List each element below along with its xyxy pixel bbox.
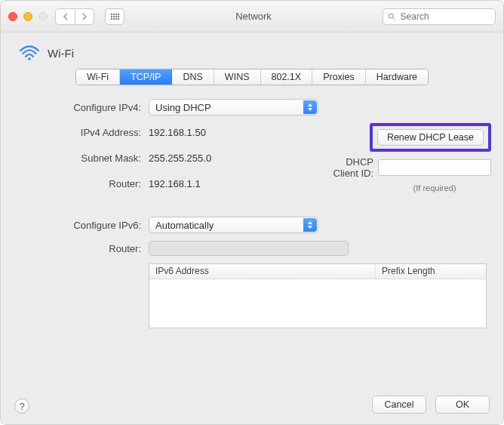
- configure-ipv6-label: Configure IPv6:: [13, 220, 141, 231]
- preferences-window: Network Wi-Fi Wi-Fi TCP/IP DNS WINS 802.…: [0, 0, 504, 425]
- svg-point-0: [389, 14, 393, 18]
- column-ipv6-address[interactable]: IPv6 Address: [149, 264, 376, 279]
- table-header: IPv6 Address Prefix Length: [149, 264, 486, 279]
- cancel-button[interactable]: Cancel: [372, 396, 426, 414]
- tab-dns[interactable]: DNS: [172, 69, 214, 85]
- dhcp-client-id-hint: (If required): [378, 183, 491, 192]
- tab-tcpip[interactable]: TCP/IP: [120, 69, 172, 85]
- tab-proxies[interactable]: Proxies: [312, 69, 366, 85]
- forward-button[interactable]: [75, 8, 94, 25]
- ipv6-address-table: IPv6 Address Prefix Length: [149, 263, 487, 328]
- search-field[interactable]: [383, 8, 496, 25]
- help-icon: ?: [19, 401, 24, 412]
- ipv6-router-label: Router:: [13, 243, 141, 254]
- subnet-mask-value: 255.255.255.0: [149, 152, 322, 164]
- dhcp-client-id-input[interactable]: [378, 159, 491, 176]
- chevron-left-icon: [63, 13, 69, 20]
- configure-ipv6-select[interactable]: Automatically: [149, 217, 318, 233]
- footer: ? Cancel OK: [1, 388, 503, 424]
- tab-bar: Wi-Fi TCP/IP DNS WINS 802.1X Proxies Har…: [75, 69, 429, 85]
- back-button[interactable]: [55, 8, 75, 25]
- window-title: Network: [131, 11, 376, 22]
- updown-arrows-icon: [303, 218, 317, 232]
- show-all-button[interactable]: [105, 8, 124, 25]
- tab-hardware[interactable]: Hardware: [366, 69, 428, 85]
- window-controls: [8, 12, 48, 21]
- configure-ipv6-value: Automatically: [155, 220, 214, 231]
- table-body: [149, 279, 486, 328]
- interface-name: Wi-Fi: [48, 47, 74, 60]
- chevron-right-icon: [81, 13, 88, 20]
- svg-line-1: [393, 17, 395, 20]
- titlebar: Network: [1, 1, 503, 32]
- configure-ipv4-select[interactable]: Using DHCP: [149, 99, 318, 115]
- tab-wins[interactable]: WINS: [214, 69, 261, 85]
- ipv4-address-value: 192.168.1.50: [149, 127, 322, 138]
- svg-point-2: [28, 57, 31, 60]
- search-icon: [388, 12, 396, 21]
- highlight-box: Renew DHCP Lease: [370, 123, 491, 152]
- grid-icon: [111, 14, 119, 20]
- renew-dhcp-lease-button[interactable]: Renew DHCP Lease: [377, 129, 484, 146]
- minimize-window-button[interactable]: [23, 12, 32, 21]
- nav-buttons: [55, 8, 94, 25]
- tab-8021x[interactable]: 802.1X: [261, 69, 313, 85]
- ipv4-router-value: 192.168.1.1: [149, 178, 322, 189]
- interface-header: Wi-Fi: [19, 45, 491, 61]
- help-button[interactable]: ?: [14, 399, 29, 414]
- content-area: Wi-Fi Wi-Fi TCP/IP DNS WINS 802.1X Proxi…: [1, 32, 503, 388]
- configure-ipv4-value: Using DHCP: [155, 102, 211, 113]
- close-window-button[interactable]: [8, 12, 17, 21]
- zoom-window-button: [38, 12, 48, 21]
- ipv4-router-label: Router:: [13, 178, 141, 189]
- tcpip-form: Configure IPv4: Using DHCP IPv4 Address:…: [13, 99, 491, 328]
- subnet-mask-label: Subnet Mask:: [13, 152, 141, 164]
- dhcp-client-id-label: DHCP Client ID:: [330, 156, 373, 179]
- ipv6-router-value: [149, 241, 349, 256]
- ok-button[interactable]: OK: [435, 396, 490, 414]
- search-input[interactable]: [401, 11, 490, 22]
- tab-wifi[interactable]: Wi-Fi: [76, 69, 120, 85]
- wifi-icon: [19, 45, 40, 61]
- ipv4-address-label: IPv4 Address:: [13, 127, 141, 138]
- updown-arrows-icon: [303, 100, 317, 114]
- configure-ipv4-label: Configure IPv4:: [13, 102, 141, 113]
- column-prefix-length[interactable]: Prefix Length: [376, 264, 441, 279]
